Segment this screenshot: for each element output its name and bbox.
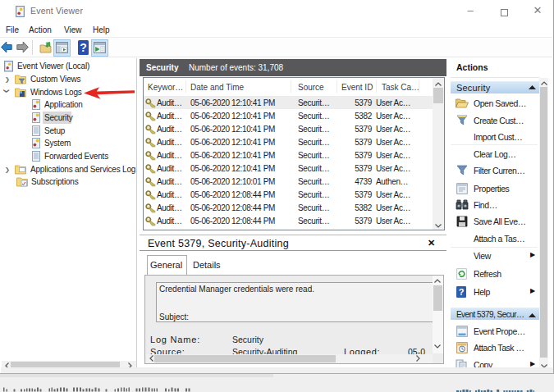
svg-text:?: ? xyxy=(459,287,465,297)
svg-text:?: ? xyxy=(80,41,87,54)
